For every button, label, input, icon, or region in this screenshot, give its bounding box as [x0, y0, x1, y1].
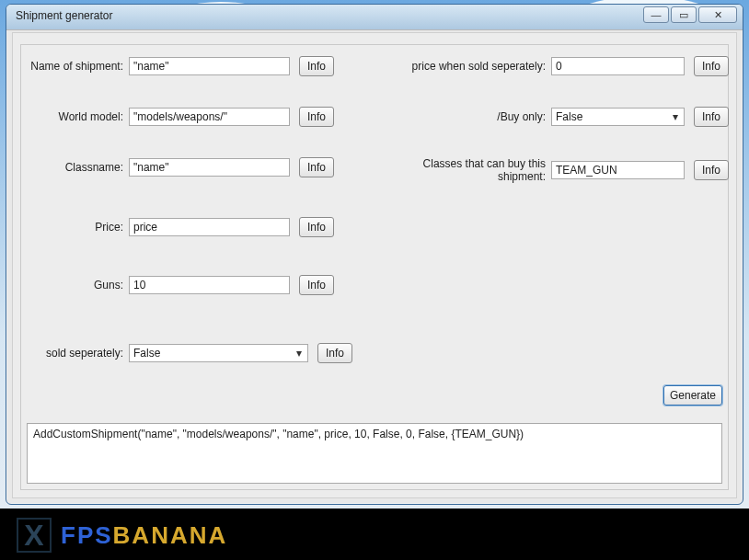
minimize-button[interactable]: — — [643, 6, 669, 23]
label-guns: Guns: — [21, 279, 129, 291]
input-classes[interactable] — [551, 161, 685, 179]
dropdown-soldsep[interactable]: False ▾ — [129, 344, 308, 362]
info-button-model[interactable]: Info — [299, 107, 334, 127]
label-soldsep: sold seperately: — [21, 347, 129, 360]
input-name[interactable] — [129, 57, 290, 75]
input-guns[interactable] — [129, 276, 290, 294]
info-button-classname[interactable]: Info — [299, 157, 334, 177]
window-title: Shipment generator — [16, 9, 112, 22]
input-model[interactable] — [129, 108, 290, 126]
info-button-classes[interactable]: Info — [694, 160, 729, 180]
logo-x-icon: X — [17, 518, 52, 553]
output-text: AddCustomShipment("name", "models/weapon… — [33, 428, 524, 440]
info-button-buyonly[interactable]: Info — [694, 107, 729, 127]
label-pricesep: price when sold seperately: — [378, 60, 551, 73]
label-name: Name of shipment: — [21, 60, 129, 73]
input-classname[interactable] — [129, 158, 290, 177]
footer-logo: FPSBANANA — [61, 521, 227, 550]
label-buyonly: /Buy only: — [378, 110, 551, 123]
chevron-down-icon: ▾ — [292, 347, 305, 360]
label-price: Price: — [21, 221, 129, 234]
dropdown-soldsep-value: False — [133, 347, 160, 360]
generate-button[interactable]: Generate — [663, 385, 722, 406]
close-button[interactable]: ✕ — [698, 6, 737, 23]
output-textarea[interactable]: AddCustomShipment("name", "models/weapon… — [27, 423, 722, 484]
client-area: Name of shipment: Info World model: Info… — [12, 32, 737, 498]
maximize-button[interactable]: ▭ — [671, 6, 697, 23]
titlebar: Shipment generator — ▭ ✕ — [6, 5, 743, 30]
info-button-name[interactable]: Info — [299, 56, 334, 76]
dropdown-buyonly[interactable]: False ▾ — [551, 108, 685, 126]
info-button-pricesep[interactable]: Info — [694, 56, 729, 76]
page-footer: X FPSBANANA — [0, 509, 749, 560]
chevron-down-icon: ▾ — [668, 110, 682, 124]
input-price[interactable] — [129, 218, 290, 236]
form-panel: Name of shipment: Info World model: Info… — [20, 44, 729, 490]
label-classname: Classname: — [21, 161, 129, 174]
info-button-soldsep[interactable]: Info — [317, 343, 352, 363]
input-pricesep[interactable] — [551, 57, 685, 75]
info-button-price[interactable]: Info — [299, 217, 334, 237]
info-button-guns[interactable]: Info — [299, 275, 334, 295]
label-model: World model: — [21, 110, 129, 123]
dropdown-buyonly-value: False — [556, 110, 582, 123]
app-window: Shipment generator — ▭ ✕ Name of shipmen… — [6, 4, 743, 505]
label-classes: Classes that can buy this shipment: — [378, 157, 551, 183]
